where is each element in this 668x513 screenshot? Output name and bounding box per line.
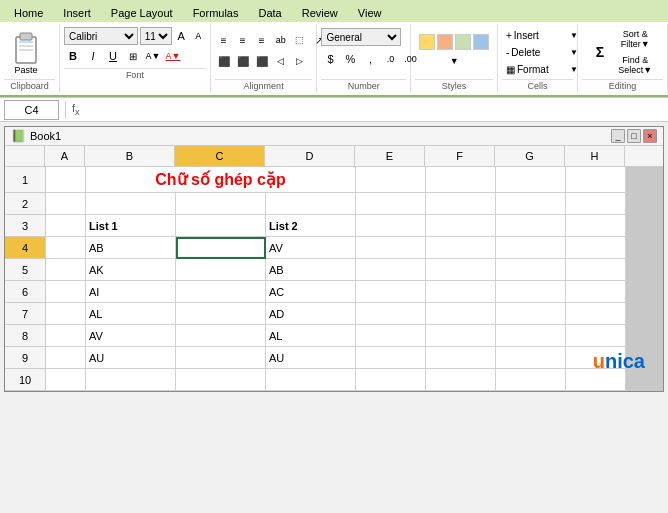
align-right-btn[interactable]: ⬛	[253, 52, 271, 70]
cell-d2[interactable]	[266, 193, 356, 215]
cell-g9[interactable]	[496, 347, 566, 369]
cell-h4[interactable]	[566, 237, 626, 259]
cell-f1[interactable]	[426, 167, 496, 193]
row-header-10[interactable]: 10	[5, 369, 45, 391]
wrap-text-btn[interactable]: ab	[272, 31, 290, 49]
row-header-6[interactable]: 6	[5, 281, 45, 303]
cell-f8[interactable]	[426, 325, 496, 347]
cell-e4[interactable]	[356, 237, 426, 259]
cell-g10[interactable]	[496, 369, 566, 391]
cell-a8[interactable]	[46, 325, 86, 347]
cell-d4[interactable]: AV	[266, 237, 356, 259]
tab-home[interactable]: Home	[4, 4, 53, 22]
row-header-1[interactable]: 1	[5, 167, 45, 193]
style-swatch-3[interactable]	[455, 34, 471, 50]
cell-f9[interactable]	[426, 347, 496, 369]
cell-b8[interactable]: AV	[86, 325, 176, 347]
cell-h7[interactable]	[566, 303, 626, 325]
cell-b2[interactable]	[86, 193, 176, 215]
row-header-7[interactable]: 7	[5, 303, 45, 325]
function-icon[interactable]: fx	[72, 102, 80, 117]
cell-d5[interactable]: AB	[266, 259, 356, 281]
cell-d9[interactable]: AU	[266, 347, 356, 369]
cell-b9[interactable]: AU	[86, 347, 176, 369]
cell-e3[interactable]	[356, 215, 426, 237]
cell-c8[interactable]	[176, 325, 266, 347]
row-header-5[interactable]: 5	[5, 259, 45, 281]
cell-d10[interactable]	[266, 369, 356, 391]
cell-h6[interactable]	[566, 281, 626, 303]
sort-filter-button[interactable]: Sort &Filter▼	[614, 27, 656, 51]
cell-d7[interactable]: AD	[266, 303, 356, 325]
cell-a7[interactable]	[46, 303, 86, 325]
cell-e1[interactable]	[356, 167, 426, 193]
cell-e5[interactable]	[356, 259, 426, 281]
minimize-button[interactable]: _	[611, 129, 625, 143]
cell-e2[interactable]	[356, 193, 426, 215]
tab-page-layout[interactable]: Page Layout	[101, 4, 183, 22]
cell-e9[interactable]	[356, 347, 426, 369]
col-header-h[interactable]: H	[565, 146, 625, 166]
style-swatch-1[interactable]	[419, 34, 435, 50]
cell-g4[interactable]	[496, 237, 566, 259]
col-header-f[interactable]: F	[425, 146, 495, 166]
cell-g8[interactable]	[496, 325, 566, 347]
cell-b6[interactable]: AI	[86, 281, 176, 303]
comma-btn[interactable]: ,	[361, 50, 379, 68]
cell-h1[interactable]	[566, 167, 626, 193]
cell-d8[interactable]: AL	[266, 325, 356, 347]
cell-d6[interactable]: AC	[266, 281, 356, 303]
formula-input[interactable]	[84, 104, 664, 116]
cell-c3[interactable]	[176, 215, 266, 237]
style-swatch-4[interactable]	[473, 34, 489, 50]
cell-h3[interactable]	[566, 215, 626, 237]
cell-f5[interactable]	[426, 259, 496, 281]
insert-button[interactable]: + Insert ▼	[502, 28, 582, 43]
tab-view[interactable]: View	[348, 4, 392, 22]
cell-h8[interactable]	[566, 325, 626, 347]
row-header-8[interactable]: 8	[5, 325, 45, 347]
bold-button[interactable]: B	[64, 47, 82, 65]
cell-f6[interactable]	[426, 281, 496, 303]
cell-b4[interactable]: AB	[86, 237, 176, 259]
cell-e7[interactable]	[356, 303, 426, 325]
col-header-b[interactable]: B	[85, 146, 175, 166]
cell-a10[interactable]	[46, 369, 86, 391]
decrease-indent-btn[interactable]: ◁	[272, 52, 290, 70]
cell-b7[interactable]: AL	[86, 303, 176, 325]
merge-center-btn[interactable]: ⬚	[291, 31, 309, 49]
cell-c9[interactable]	[176, 347, 266, 369]
cell-g6[interactable]	[496, 281, 566, 303]
restore-button[interactable]: □	[627, 129, 641, 143]
col-header-d[interactable]: D	[265, 146, 355, 166]
underline-button[interactable]: U	[104, 47, 122, 65]
cell-c10[interactable]	[176, 369, 266, 391]
col-header-e[interactable]: E	[355, 146, 425, 166]
number-format-select[interactable]: General	[321, 28, 401, 46]
decrease-decimal-btn[interactable]: .0	[381, 50, 399, 68]
style-swatch-2[interactable]	[437, 34, 453, 50]
cell-a3[interactable]	[46, 215, 86, 237]
cell-a4[interactable]	[46, 237, 86, 259]
cell-f7[interactable]	[426, 303, 496, 325]
cell-d3[interactable]: List 2	[266, 215, 356, 237]
cell-b1[interactable]: Chữ số ghép cặp	[86, 167, 356, 193]
cell-c4[interactable]	[176, 237, 266, 259]
percent-btn[interactable]: %	[341, 50, 359, 68]
fill-color-button[interactable]: A▼	[144, 47, 162, 65]
cell-f4[interactable]	[426, 237, 496, 259]
font-size-select[interactable]: 11	[140, 27, 172, 45]
align-top-right-btn[interactable]: ≡	[253, 31, 271, 49]
sum-button[interactable]: Σ	[589, 41, 611, 63]
cell-g7[interactable]	[496, 303, 566, 325]
cell-h2[interactable]	[566, 193, 626, 215]
cell-a1[interactable]	[46, 167, 86, 193]
cell-e6[interactable]	[356, 281, 426, 303]
cell-a9[interactable]	[46, 347, 86, 369]
border-button[interactable]: ⊞	[124, 47, 142, 65]
cell-g1[interactable]	[496, 167, 566, 193]
cell-a5[interactable]	[46, 259, 86, 281]
cell-e10[interactable]	[356, 369, 426, 391]
font-name-select[interactable]: Calibri	[64, 27, 138, 45]
increase-font-btn[interactable]: A	[174, 27, 189, 45]
